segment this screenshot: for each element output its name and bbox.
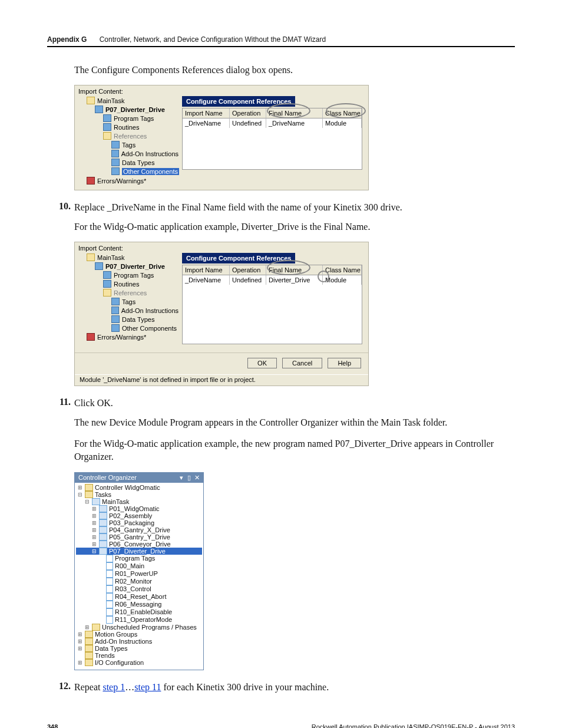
link-step-1[interactable]: step 1 [103,682,125,692]
pin-icon[interactable]: ▯ [186,474,192,482]
folder-icon [85,638,93,645]
import-tree-2: MainTask P07_Diverter_Drive Program Tags… [75,252,181,349]
import-tree: MainTask P07_Diverter_Drive Program Tags… [75,95,181,190]
other-icon [111,167,120,175]
routine-icon [106,562,113,570]
folder-icon [87,253,95,261]
dialog-status: Module '_DriveName' is not defined in im… [75,374,368,386]
controller-organizer-title-bar: Controller Organizer ▾ ▯ ✕ [75,473,203,483]
component-grid[interactable]: Import NameOperationFinal NameClass Name… [182,108,362,170]
routine-icon [106,585,113,593]
aoi-icon [111,150,119,157]
program-icon [99,512,107,519]
tags-icon [111,141,120,149]
folder-icon [103,289,111,297]
routine-icon [106,593,113,601]
routine-icon [106,608,113,616]
program-icon [99,548,107,555]
routine-icon [106,578,113,585]
datatypes-icon [111,315,120,323]
intro-text: The Configure Components References dial… [74,64,515,77]
page-number: 348 [47,723,58,728]
tags-icon [111,298,120,305]
step-10-sub: For the Widg-O-matic application example… [74,220,515,233]
header-title: Controller, Network, and Device Configur… [100,35,326,44]
step-11-p2: For the Widg-O-matic application example… [74,437,515,464]
routines-icon [103,123,111,131]
grid-title: Configure Component References [182,96,295,107]
other-icon [111,324,120,332]
figure-2: Import Content: MainTask P07_Diverter_Dr… [74,242,515,386]
program-icon [99,533,107,541]
tags-icon [103,271,111,279]
dialog-buttons: OK Cancel Help [75,353,368,374]
figure-controller-organizer: Controller Organizer ▾ ▯ ✕ ⊞Controller W… [74,472,515,670]
folder-icon [85,645,93,652]
folder-icon [85,484,93,491]
program-icon [99,505,107,512]
appendix-label: Appendix G [47,35,87,44]
routine-icon [106,601,113,608]
folder-icon [103,132,111,140]
routine-icon [106,616,113,624]
folder-icon [85,652,93,659]
program-icon [99,526,107,533]
dropdown-icon[interactable]: ▾ [178,474,184,482]
program-icon [95,262,103,270]
program-icon [99,541,107,548]
routine-icon [106,570,113,578]
datatypes-icon [111,159,120,166]
link-step-11[interactable]: step 11 [134,682,161,692]
page-footer: 348 Rockwell Automation Publication IASI… [47,723,515,728]
col-import-name: Import Name [183,108,230,118]
errors-icon [87,177,95,185]
folder-icon [85,631,93,638]
routines-icon [103,280,111,288]
publication-info: Rockwell Automation Publication IASIMP-Q… [312,723,515,728]
col-operation: Operation [230,108,266,118]
page-header: Appendix G Controller, Network, and Devi… [47,35,515,47]
tags-icon [103,114,111,122]
tags-icon [106,555,113,562]
close-icon[interactable]: ✕ [194,474,200,482]
cancel-button[interactable]: Cancel [282,358,322,368]
import-content-label: Import Content: [75,85,368,95]
folder-icon [85,491,93,498]
step-11-p1: The new Device Module Program appears in… [74,416,515,429]
program-icon [99,519,107,526]
program-icon [95,106,103,113]
import-content-label-2: Import Content: [75,242,368,252]
component-grid-2[interactable]: Import NameOperationFinal NameClass Name… [182,265,362,344]
figure-1: Import Content: MainTask P07_Diverter_Dr… [74,85,515,190]
help-button[interactable]: Help [328,358,361,368]
step-12: 12. Repeat step 1…step 11 for each Kinet… [47,681,515,694]
folder-icon [85,659,93,666]
col-final-name: Final Name [266,108,323,118]
task-icon [92,498,100,505]
ok-button[interactable]: OK [247,358,277,368]
col-class-name: Class Name [323,108,362,118]
step-10: 10. Replace _DriveName in the Final Name… [47,201,515,214]
folder-icon [87,97,95,104]
folder-icon [92,624,100,631]
controller-organizer-tree[interactable]: ⊞Controller WidgOmatic ⊟Tasks ⊟MainTask … [75,483,203,670]
grid-title-2: Configure Component References [182,253,295,263]
aoi-icon [111,307,119,314]
step-11: 11. Click OK. [47,397,515,410]
errors-icon [87,333,95,341]
